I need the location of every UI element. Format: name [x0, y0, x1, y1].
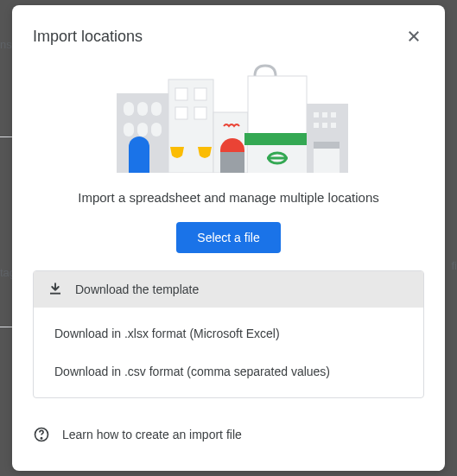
svg-rect-13	[175, 107, 187, 119]
svg-rect-6	[124, 123, 134, 136]
import-locations-modal: Import locations	[12, 5, 445, 471]
download-csv-option[interactable]: Download in .csv format (comma separated…	[34, 352, 423, 390]
modal-header: Import locations	[33, 26, 424, 47]
svg-rect-16	[220, 152, 244, 173]
svg-rect-14	[194, 107, 206, 119]
learn-how-label: Learn how to create an import file	[62, 428, 242, 441]
svg-rect-8	[151, 123, 162, 136]
svg-rect-28	[331, 123, 336, 128]
template-options: Download in .xlsx format (Microsoft Exce…	[34, 308, 423, 397]
buildings-illustration	[33, 60, 424, 173]
svg-rect-11	[175, 88, 187, 100]
background-text: fi	[452, 259, 458, 272]
svg-rect-3	[124, 102, 134, 116]
download-template-header[interactable]: Download the template	[34, 271, 423, 308]
svg-rect-5	[151, 102, 162, 116]
svg-rect-7	[137, 123, 148, 136]
svg-rect-27	[322, 123, 327, 128]
select-file-wrap: Select a file	[33, 222, 424, 253]
download-xlsx-option[interactable]: Download in .xlsx format (Microsoft Exce…	[34, 314, 423, 352]
select-file-button[interactable]: Select a file	[176, 222, 280, 253]
close-button[interactable]	[403, 26, 424, 47]
svg-rect-4	[137, 102, 148, 116]
modal-title: Import locations	[33, 28, 143, 46]
download-template-label: Download the template	[75, 282, 199, 296]
close-icon	[406, 29, 422, 44]
help-circle-icon	[33, 426, 50, 443]
svg-rect-12	[194, 88, 206, 100]
learn-how-link[interactable]: Learn how to create an import file	[33, 422, 424, 447]
download-icon	[48, 282, 63, 297]
svg-rect-25	[331, 112, 336, 117]
svg-point-33	[41, 438, 41, 439]
svg-rect-31	[50, 293, 60, 295]
background-text: ns	[0, 38, 12, 51]
download-template-section: Download the template Download in .xlsx …	[33, 270, 424, 398]
svg-rect-24	[322, 112, 327, 117]
svg-rect-18	[244, 133, 310, 145]
svg-rect-26	[314, 123, 319, 128]
modal-subtitle: Import a spreadsheet and manage multiple…	[33, 190, 424, 205]
svg-rect-30	[314, 142, 340, 149]
svg-rect-23	[314, 112, 319, 117]
